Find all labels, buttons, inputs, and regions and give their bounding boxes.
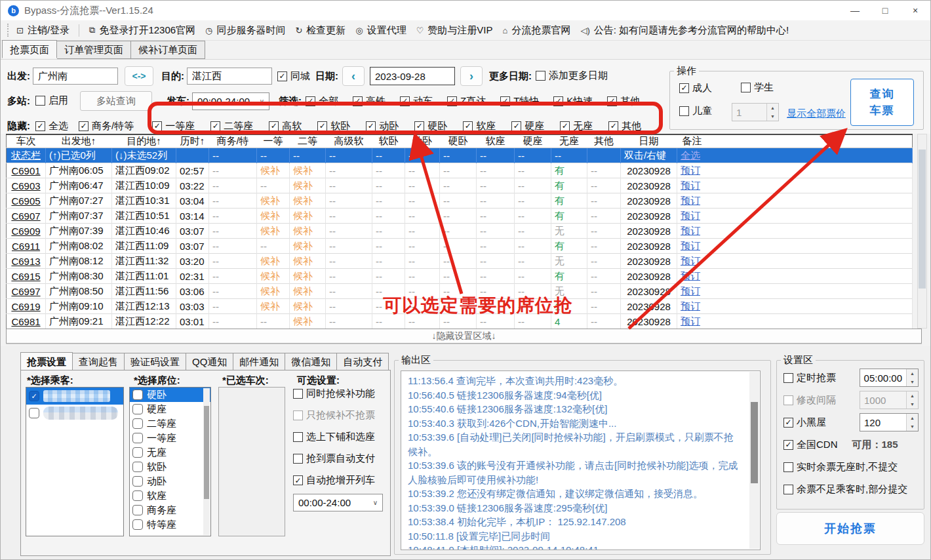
start-grab-button[interactable]: 开始抢票 (776, 512, 924, 545)
log-output[interactable]: 11:13:56.4 查询完毕，本次查询共用时:423毫秒。10:56:40.5… (401, 370, 761, 550)
book-link[interactable]: 预订 (681, 270, 700, 281)
checkbox[interactable]: ✓ (210, 121, 220, 131)
setting-stepper[interactable]: 05:00:00▲▼ (860, 369, 919, 387)
setting-checkbox[interactable]: ✓小黑屋 (783, 416, 826, 429)
seat-item[interactable]: 硬卧 (130, 388, 210, 402)
column-header[interactable]: 动卧 (405, 134, 440, 148)
checkbox[interactable] (293, 410, 303, 420)
seat-filter-checkbox[interactable]: ✓高软 (269, 120, 302, 132)
book-link[interactable]: 预订 (681, 240, 700, 251)
checkbox[interactable] (783, 485, 793, 494)
checkbox[interactable]: ✓ (269, 121, 279, 131)
book-link[interactable]: 预订 (681, 315, 700, 327)
checkbox[interactable] (783, 462, 793, 472)
grab-time-range-dropdown[interactable]: 00:00-24:00 ∨ (293, 494, 383, 511)
hide-filter-checkbox[interactable]: ✓商务/特等 (79, 120, 134, 132)
checkbox[interactable]: ✓ (366, 121, 376, 131)
swap-stations-button[interactable]: <-> (125, 66, 153, 86)
stepper-up-icon[interactable]: ▲ (907, 369, 918, 378)
train-link[interactable]: C6915 (7, 269, 46, 284)
checkbox[interactable] (741, 83, 751, 92)
checkbox[interactable]: ✓ (79, 121, 89, 131)
book-link[interactable]: 预订 (681, 195, 700, 206)
status-row[interactable]: 状态栏(↑)已选0列(↓)未选52列--------------------双击… (7, 148, 913, 163)
seat-filter-checkbox[interactable]: ✓二等座 (210, 120, 253, 132)
checkbox[interactable]: ✓ (293, 475, 303, 485)
seat-item[interactable]: 动卧 (130, 474, 210, 489)
setting-stepper[interactable]: 1000▲▼ (860, 391, 919, 409)
checkbox[interactable]: ✓ (317, 121, 327, 131)
train-link[interactable]: C6911 (7, 239, 46, 254)
student-checkbox[interactable]: 学生 (741, 81, 774, 94)
train-link[interactable]: C6903 (7, 178, 46, 193)
setting-stepper[interactable]: 120▲▼ (860, 413, 919, 431)
minimize-button[interactable]: — (840, 1, 870, 20)
show-all-price-link[interactable]: 显示全部票价 (787, 108, 846, 120)
train-type-filter-checkbox[interactable]: ✓其他 (607, 95, 640, 108)
option-checkbox[interactable]: 同时抢候补功能 (293, 387, 375, 401)
seat-item[interactable]: 特等座 (130, 517, 210, 532)
log-scrollbar[interactable] (749, 372, 759, 549)
passenger-list[interactable]: ✓ (26, 387, 124, 536)
book-link[interactable]: 预订 (681, 300, 700, 311)
passenger-checkbox[interactable]: ✓ (29, 391, 39, 401)
main-tab[interactable]: 订单管理页面 (57, 41, 131, 59)
log-scrollbar-thumb[interactable] (751, 402, 758, 483)
setting-checkbox[interactable]: 余票不足乘客时,部分提交 (783, 483, 907, 496)
checkbox[interactable] (536, 71, 545, 81)
train-link[interactable]: C6913 (7, 254, 46, 269)
setting-checkbox[interactable]: 定时抢票 (783, 372, 836, 384)
child-checkbox[interactable]: 儿童 (679, 105, 712, 117)
seat-filter-checkbox[interactable]: ✓软卧 (317, 120, 350, 132)
book-link[interactable]: 预订 (681, 210, 700, 221)
setting-checkbox[interactable]: ✓全国CDN (783, 439, 838, 451)
hide-filter-checkbox[interactable]: ✓全选 (35, 120, 68, 132)
table-scrollbar[interactable] (917, 134, 927, 329)
stepper-up-icon[interactable]: ▲ (907, 414, 918, 422)
checkbox[interactable]: ✓ (679, 83, 689, 93)
multi-station-query-button[interactable]: 多站查询 (80, 91, 152, 111)
date-input[interactable]: 2023-09-28 (370, 67, 455, 85)
train-type-filter-checkbox[interactable]: ✓全部 (306, 95, 338, 108)
checkbox[interactable] (293, 454, 303, 464)
book-link[interactable]: 预订 (681, 255, 700, 266)
seat-filter-checkbox[interactable]: ✓软座 (463, 120, 496, 132)
checkbox[interactable]: ✓ (414, 121, 424, 131)
seat-filter-checkbox[interactable]: ✓硬卧 (414, 120, 447, 132)
checkbox[interactable] (293, 432, 303, 442)
train-link[interactable]: C6981 (7, 314, 46, 329)
seat-item[interactable]: 软座 (130, 489, 210, 503)
column-header[interactable]: 硬卧 (440, 134, 477, 148)
toolbar-item[interactable]: ♡赞助与注册VIP (416, 24, 493, 37)
train-type-filter-checkbox[interactable]: ✓T特快 (500, 95, 539, 108)
table-row[interactable]: C6907广州南07:37湛江西10:5103:14--候补候补--------… (7, 209, 913, 224)
option-checkbox[interactable]: ✓自动抢增开列车 (293, 473, 375, 487)
column-header[interactable]: 备注 (677, 134, 913, 148)
checkbox[interactable]: ✓ (447, 96, 457, 106)
seat-checkbox[interactable] (132, 418, 143, 429)
seat-filter-checkbox[interactable]: ✓动卧 (366, 120, 399, 132)
stepper-down-icon[interactable]: ▼ (907, 400, 918, 409)
seat-checkbox[interactable] (132, 462, 143, 472)
checkbox[interactable]: ✓ (560, 121, 570, 131)
dest-input[interactable]: 湛江西 (187, 68, 272, 85)
seat-filter-checkbox[interactable]: ✓一等座 (152, 120, 195, 132)
seat-filter-checkbox[interactable]: ✓硬座 (511, 120, 544, 132)
checkbox[interactable]: ✓ (608, 121, 618, 131)
add-more-date-checkbox[interactable]: 添加更多日期 (536, 70, 608, 82)
table-row[interactable]: C6981广州南09:21湛江西12:2203:01----候补--------… (7, 314, 913, 329)
selected-trains-list[interactable] (218, 387, 285, 536)
table-row[interactable]: C6909广州南07:39湛江西10:4603:07--候补候补--------… (7, 224, 913, 239)
seat-checkbox[interactable] (132, 490, 143, 501)
query-tickets-button[interactable]: 查询 车票 (850, 79, 914, 126)
toolbar-item[interactable]: ◁)公告: 如有问题请先参考分流官网的帮助中心! (580, 24, 789, 37)
stepper-down-icon[interactable]: ▼ (907, 378, 918, 386)
adult-checkbox[interactable]: ✓成人 (679, 82, 712, 94)
column-header[interactable]: 目的地↑ (112, 134, 176, 148)
stepper-up-icon[interactable]: ▲ (767, 104, 778, 112)
seat-filter-checkbox[interactable]: ✓其他 (608, 120, 641, 132)
setting-checkbox[interactable]: 修改间隔 (783, 394, 836, 407)
maximize-button[interactable]: □ (870, 1, 900, 20)
table-row[interactable]: C6903广州南06:47湛江西10:0903:22----候补--------… (7, 178, 913, 193)
date-prev-button[interactable]: ‹ (342, 66, 365, 86)
